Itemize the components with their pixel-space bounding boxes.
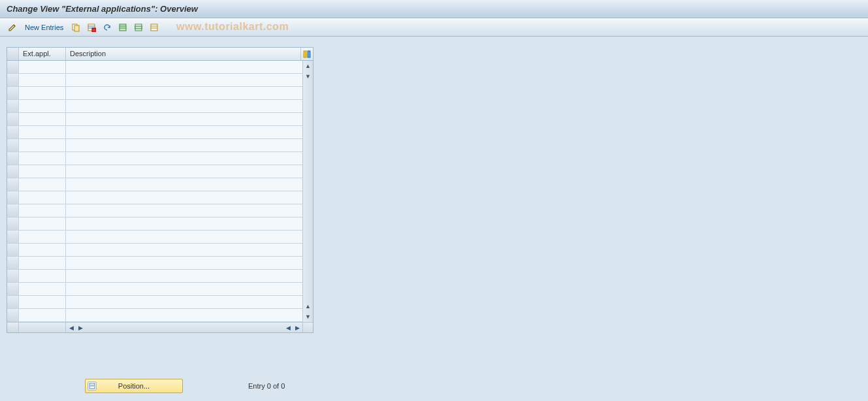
cell-description[interactable] (66, 191, 302, 204)
table-row[interactable] (7, 204, 302, 217)
cell-description[interactable] (66, 165, 302, 178)
cell-ext-appl[interactable] (19, 113, 66, 125)
scroll-right2-icon[interactable]: ▶ (293, 324, 301, 332)
row-selector[interactable] (7, 74, 19, 86)
table-row[interactable] (7, 257, 302, 270)
table-row[interactable] (7, 61, 302, 74)
cell-description[interactable] (66, 126, 302, 138)
table-row[interactable] (7, 244, 302, 257)
table-row[interactable] (7, 270, 302, 283)
copy-icon[interactable] (70, 22, 82, 33)
hscroll-bar[interactable]: ◀ ▶ ◀ ▶ (66, 323, 302, 332)
cell-description[interactable] (66, 74, 302, 86)
table-row[interactable] (7, 139, 302, 152)
column-selector-header[interactable] (7, 48, 19, 60)
table-row[interactable] (7, 217, 302, 231)
cell-ext-appl[interactable] (19, 152, 66, 165)
cell-ext-appl[interactable] (19, 74, 66, 86)
cell-ext-appl[interactable] (19, 204, 66, 217)
row-selector[interactable] (7, 309, 19, 321)
table-row[interactable] (7, 165, 302, 178)
table-row[interactable] (7, 87, 302, 100)
scroll-down-icon[interactable]: ▼ (304, 72, 313, 81)
toggle-edit-icon[interactable] (7, 22, 18, 33)
select-all-icon[interactable] (117, 22, 129, 33)
table-row[interactable] (7, 152, 302, 165)
scroll-down2-icon[interactable]: ▼ (304, 312, 313, 321)
cell-description[interactable] (66, 217, 302, 230)
cell-description[interactable] (66, 178, 302, 191)
cell-description[interactable] (66, 283, 302, 295)
select-block-icon[interactable] (133, 22, 144, 33)
cell-ext-appl[interactable] (19, 100, 66, 112)
table-row[interactable] (7, 74, 302, 87)
cell-ext-appl[interactable] (19, 217, 66, 230)
undo-icon[interactable] (101, 22, 113, 33)
row-selector[interactable] (7, 139, 19, 152)
row-selector[interactable] (7, 61, 19, 73)
cell-ext-appl[interactable] (19, 270, 66, 282)
cell-description[interactable] (66, 100, 302, 112)
scroll-left-icon[interactable]: ◀ (67, 324, 75, 332)
cell-description[interactable] (66, 139, 302, 152)
table-row[interactable] (7, 231, 302, 244)
row-selector[interactable] (7, 283, 19, 295)
cell-ext-appl[interactable] (19, 231, 66, 243)
cell-ext-appl[interactable] (19, 61, 66, 73)
cell-ext-appl[interactable] (19, 87, 66, 99)
row-selector[interactable] (7, 270, 19, 282)
table-row[interactable] (7, 113, 302, 126)
table-row[interactable] (7, 178, 302, 191)
scroll-up2-icon[interactable]: ▲ (304, 302, 313, 311)
scroll-right-icon[interactable]: ▶ (76, 324, 84, 332)
row-selector[interactable] (7, 257, 19, 269)
cell-description[interactable] (66, 296, 302, 308)
cell-description[interactable] (66, 257, 302, 269)
cell-description[interactable] (66, 244, 302, 256)
cell-ext-appl[interactable] (19, 296, 66, 308)
cell-description[interactable] (66, 113, 302, 125)
vertical-scrollbar[interactable]: ▲ ▼ ▲ ▼ (302, 61, 313, 322)
row-selector[interactable] (7, 204, 19, 217)
cell-ext-appl[interactable] (19, 165, 66, 178)
row-selector[interactable] (7, 178, 19, 191)
row-selector[interactable] (7, 231, 19, 243)
table-row[interactable] (7, 126, 302, 139)
position-button[interactable]: Position... (85, 379, 183, 393)
column-ext-appl[interactable]: Ext.appl. (19, 48, 66, 60)
delete-row-icon[interactable] (86, 22, 97, 33)
cell-ext-appl[interactable] (19, 257, 66, 269)
cell-ext-appl[interactable] (19, 126, 66, 138)
cell-description[interactable] (66, 61, 302, 73)
row-selector[interactable] (7, 165, 19, 178)
cell-description[interactable] (66, 231, 302, 243)
cell-ext-appl[interactable] (19, 244, 66, 256)
row-selector[interactable] (7, 191, 19, 204)
table-row[interactable] (7, 296, 302, 309)
row-selector[interactable] (7, 126, 19, 138)
row-selector[interactable] (7, 244, 19, 256)
cell-description[interactable] (66, 270, 302, 282)
cell-description[interactable] (66, 152, 302, 165)
deselect-all-icon[interactable] (148, 22, 160, 33)
cell-description[interactable] (66, 204, 302, 217)
scroll-left2-icon[interactable]: ◀ (284, 324, 292, 332)
table-row[interactable] (7, 191, 302, 204)
horizontal-scrollbar[interactable]: ◀ ▶ ◀ ▶ (7, 322, 313, 332)
cell-ext-appl[interactable] (19, 283, 66, 295)
table-row[interactable] (7, 309, 302, 322)
row-selector[interactable] (7, 113, 19, 125)
table-row[interactable] (7, 100, 302, 113)
row-selector[interactable] (7, 152, 19, 165)
row-selector[interactable] (7, 100, 19, 112)
cell-ext-appl[interactable] (19, 309, 66, 321)
row-selector[interactable] (7, 87, 19, 99)
cell-description[interactable] (66, 309, 302, 321)
column-description[interactable]: Description (66, 48, 301, 60)
table-settings-icon[interactable] (301, 48, 313, 60)
row-selector[interactable] (7, 217, 19, 230)
cell-ext-appl[interactable] (19, 178, 66, 191)
table-row[interactable] (7, 283, 302, 296)
scroll-up-icon[interactable]: ▲ (304, 61, 313, 71)
new-entries-button[interactable]: New Entries (22, 24, 66, 31)
